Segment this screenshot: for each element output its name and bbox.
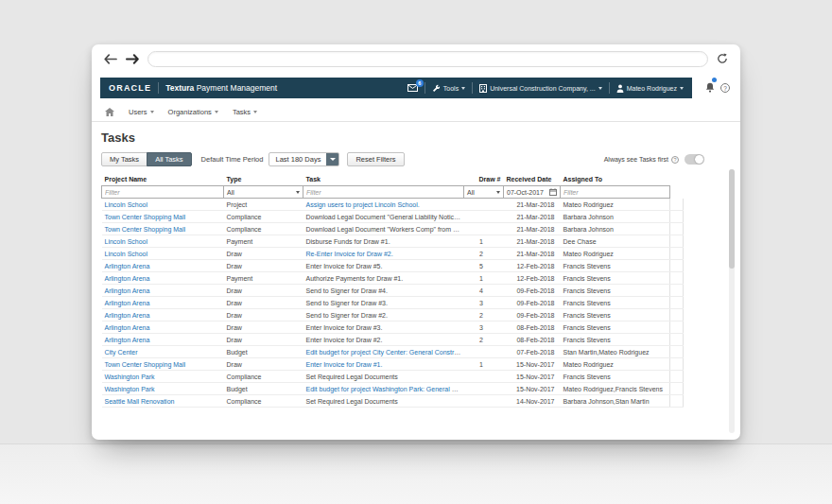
draw-number: 2 [464, 248, 504, 260]
time-period-select[interactable]: Last 180 Days [269, 152, 339, 166]
project-name-link[interactable]: Lincoln School [105, 201, 148, 208]
task-label[interactable]: Enter Invoice for Draw #2. [306, 337, 383, 343]
table-row: Arlington Arena Draw Send to Signer for … [102, 309, 684, 322]
help-button[interactable]: ? [720, 83, 730, 93]
task-type: Draw [224, 334, 303, 346]
messages-button[interactable]: 6 [407, 84, 418, 92]
date-filter-input[interactable]: 07-Oct-2017 [504, 186, 560, 198]
task-label[interactable]: Enter Invoice for Draw #3. [306, 324, 383, 331]
task-label[interactable]: Authorize Payments for Draw #1. [306, 275, 404, 282]
assigned-to: Mateo Rodriguez [561, 358, 670, 371]
assigned-to: Mateo Rodriguez [561, 199, 670, 211]
task-label[interactable]: Send to Signer for Draw #2. [306, 312, 388, 319]
project-name-link[interactable]: Lincoln School [105, 251, 148, 257]
task-label[interactable]: Enter Invoice for Draw #1. [306, 361, 383, 368]
task-label[interactable]: Set Required Legal Documents [306, 398, 398, 405]
task-label[interactable]: Download Legal Document "Workers Comp" f… [306, 226, 464, 233]
project-name-link[interactable]: Arlington Arena [105, 275, 150, 282]
task-label[interactable]: Edit budget for project Washington Park:… [306, 386, 464, 392]
tools-menu[interactable]: Tools [432, 84, 465, 93]
product-title: Textura Payment Management [165, 83, 277, 93]
task-filter-input[interactable] [303, 186, 463, 198]
wrench-icon [432, 84, 441, 93]
col-draw: Draw # [464, 174, 504, 186]
project-name-link[interactable]: Town Center Shopping Mall [105, 214, 186, 220]
table-filter-row: All All 07-Oct-2017 [102, 186, 684, 199]
scrollbar-thumb[interactable] [729, 169, 735, 269]
project-name-link[interactable]: Town Center Shopping Mall [105, 226, 186, 233]
task-label[interactable]: Send to Signer for Draw #4. [306, 287, 388, 294]
task-label[interactable]: Enter Invoice for Draw #5. [306, 263, 383, 269]
received-date: 15-Nov-2017 [504, 358, 561, 371]
assigned-to: Francis Stevens [561, 285, 670, 297]
task-type: Compliance [224, 211, 303, 223]
table-row: Arlington Arena Draw Send to Signer for … [102, 285, 684, 297]
user-menu[interactable]: Mateo Rodriguez [616, 84, 684, 93]
col-type: Type [224, 174, 303, 186]
project-name-link[interactable]: Arlington Arena [105, 337, 150, 343]
task-label[interactable]: Send to Signer for Draw #3. [306, 300, 388, 306]
always-see-tasks-setting: Always see Tasks first ? [604, 154, 704, 165]
project-name-link[interactable]: Arlington Arena [105, 312, 150, 319]
type-filter-select[interactable]: All [224, 186, 303, 198]
info-icon[interactable]: ? [671, 156, 679, 164]
draw-filter-select[interactable]: All [464, 186, 503, 198]
page-scrollbar[interactable] [729, 169, 735, 433]
draw-number: 1 [464, 272, 504, 285]
browser-back-icon[interactable] [104, 54, 117, 64]
reset-filters-button[interactable]: Reset Filters [347, 152, 404, 166]
draw-number: 1 [464, 235, 504, 248]
received-date: 21-Mar-2018 [504, 235, 561, 248]
project-name-link[interactable]: Washington Park [105, 374, 155, 380]
url-bar[interactable] [147, 51, 708, 67]
draw-number: 3 [464, 297, 504, 309]
row-gutter [670, 358, 684, 371]
project-name-link[interactable]: Arlington Arena [105, 287, 150, 294]
assigned-to: Barbara Johnson [561, 211, 670, 223]
task-label[interactable]: Set Required Legal Documents [306, 374, 398, 380]
nav-item-tasks[interactable]: Tasks [233, 108, 257, 116]
tasks-toolbar: My Tasks All Tasks Default Time Period L… [101, 152, 731, 166]
task-label[interactable]: Re-Enter Invoice for Draw #2. [306, 251, 393, 257]
browser-forward-icon[interactable] [126, 54, 139, 64]
row-gutter [670, 371, 684, 383]
project-name-link[interactable]: Washington Park [105, 386, 155, 392]
table-row: City Center Budget Edit budget for proje… [102, 346, 684, 358]
task-label[interactable]: Download Legal Document "General Liabili… [306, 214, 464, 220]
all-tasks-button[interactable]: All Tasks [147, 152, 191, 166]
row-gutter [670, 223, 684, 235]
project-name-link[interactable]: Arlington Arena [105, 300, 150, 306]
company-menu[interactable]: Universal Construction Company, ... [479, 84, 602, 93]
app-nav: Users Organizations Tasks [92, 102, 740, 122]
browser-refresh-icon[interactable] [717, 53, 728, 64]
nav-item-organizations[interactable]: Organizations [168, 108, 218, 116]
project-filter-input[interactable] [102, 186, 223, 198]
table-row: Arlington Arena Payment Authorize Paymen… [102, 272, 684, 285]
task-label[interactable]: Edit budget for project City Center: Gen… [306, 349, 464, 356]
notifications-button[interactable] [705, 79, 715, 96]
table-row: Arlington Arena Draw Send to Signer for … [102, 297, 684, 309]
home-icon[interactable] [105, 108, 114, 116]
task-type: Draw [224, 297, 303, 309]
draw-number [464, 199, 504, 211]
project-name-link[interactable]: Arlington Arena [105, 263, 150, 269]
chevron-down-icon [496, 191, 500, 194]
task-label[interactable]: Disburse Funds for Draw #1. [306, 238, 390, 245]
received-date: 09-Feb-2018 [504, 297, 561, 309]
project-name-link[interactable]: Lincoln School [105, 238, 148, 245]
received-date: 09-Feb-2018 [504, 309, 561, 322]
nav-item-users[interactable]: Users [129, 108, 154, 116]
project-name-link[interactable]: City Center [105, 349, 138, 356]
assigned-filter-input[interactable] [561, 186, 669, 198]
task-label[interactable]: Assign users to project Lincoln School. [306, 201, 420, 208]
always-see-tasks-toggle[interactable] [685, 154, 704, 165]
project-name-link[interactable]: Town Center Shopping Mall [105, 361, 186, 368]
draw-number [464, 371, 504, 383]
draw-number [464, 211, 504, 223]
task-type: Compliance [224, 395, 303, 408]
task-type: Payment [224, 235, 303, 248]
row-gutter [670, 297, 684, 309]
project-name-link[interactable]: Seattle Mall Renovation [105, 398, 175, 405]
project-name-link[interactable]: Arlington Arena [105, 324, 150, 331]
my-tasks-button[interactable]: My Tasks [101, 152, 147, 166]
